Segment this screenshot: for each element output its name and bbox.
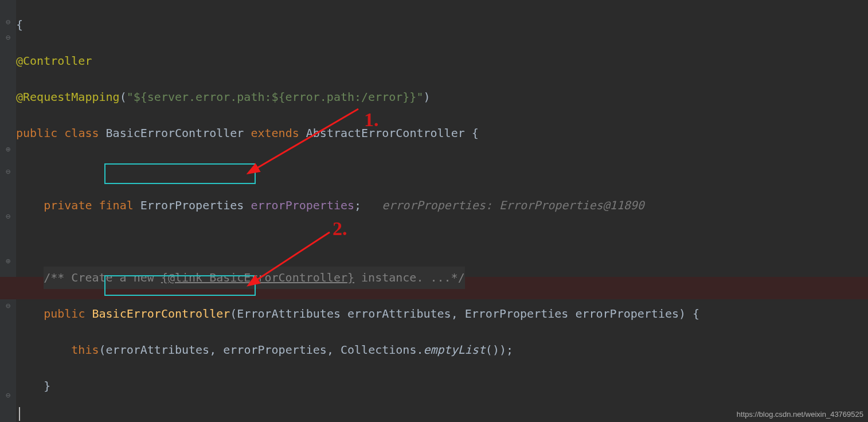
debug-inline-hint: errorProperties: ErrorProperties@11890	[382, 198, 644, 212]
fold-icon[interactable]: ⊖	[5, 34, 11, 41]
javadoc-comment: /** Create a new {@link BasicErrorContro…	[44, 267, 465, 289]
code-line: private final ErrorProperties errorPrope…	[16, 194, 868, 217]
code-line: }	[16, 375, 868, 397]
fold-plus-icon[interactable]: ⊕	[5, 257, 11, 264]
annotation: @RequestMapping	[16, 90, 120, 104]
code-area[interactable]: { @Controller @RequestMapping("${server.…	[16, 0, 868, 422]
code-line: @RequestMapping("${server.error.path:${e…	[16, 86, 868, 108]
annotation: @Controller	[16, 54, 92, 68]
fold-icon[interactable]: ⊖	[5, 392, 11, 398]
code-line: /** Create a new {@link BasicErrorContro…	[16, 267, 868, 289]
code-line: public BasicErrorController(ErrorAttribu…	[16, 303, 868, 325]
constructor-name: BasicErrorController	[92, 307, 230, 321]
fold-icon[interactable]: ⊖	[5, 168, 11, 175]
fold-icon[interactable]: ⊖	[5, 302, 11, 309]
fold-icon[interactable]: ⊖	[5, 213, 11, 220]
code-line: @Controller	[16, 50, 868, 72]
fold-icon[interactable]: ⊖	[5, 18, 11, 25]
fold-plus-icon[interactable]: ⊕	[5, 146, 11, 153]
code-line	[16, 230, 868, 253]
code-line: {	[16, 14, 868, 36]
editor-gutter: ⊖ ⊖ ⊕ ⊖ ⊖ ⊕ ⊖ ⊖	[0, 0, 16, 422]
text-caret	[19, 407, 20, 421]
code-line	[16, 158, 868, 181]
code-line: this(errorAttributes, errorProperties, C…	[16, 339, 868, 361]
watermark: https://blog.csdn.net/weixin_43769525	[737, 410, 863, 419]
code-line: public class BasicErrorController extend…	[16, 122, 868, 144]
